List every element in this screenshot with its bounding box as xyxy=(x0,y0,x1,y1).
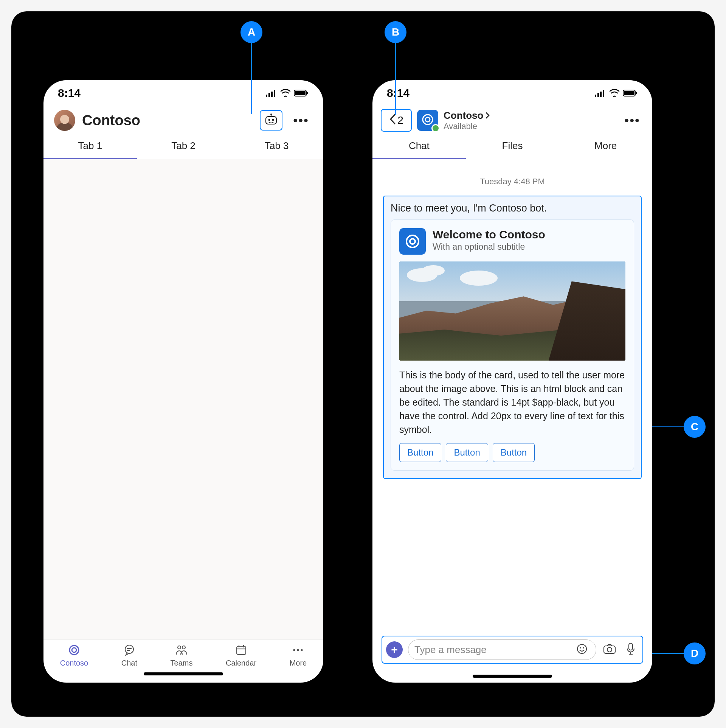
card-subtitle: With an optional subtitle xyxy=(433,242,545,252)
more-button[interactable]: ••• xyxy=(621,110,644,131)
more-button[interactable]: ••• xyxy=(289,110,313,131)
svg-rect-28 xyxy=(600,92,602,97)
svg-point-12 xyxy=(70,646,79,655)
svg-rect-27 xyxy=(597,93,599,97)
camera-button[interactable] xyxy=(602,642,617,658)
status-time: 8:14 xyxy=(58,87,81,100)
svg-point-39 xyxy=(583,647,584,649)
bot-button[interactable] xyxy=(260,110,282,131)
card-button-3[interactable]: Button xyxy=(493,443,535,462)
app-header: Contoso ••• xyxy=(43,106,323,135)
svg-rect-3 xyxy=(274,90,275,97)
chevron-left-icon xyxy=(389,114,396,128)
more-icon xyxy=(292,644,304,656)
svg-point-18 xyxy=(182,646,185,649)
chat-tabs: Chat Files More xyxy=(372,135,652,159)
callout-b-line xyxy=(395,43,396,115)
svg-rect-26 xyxy=(595,95,596,97)
svg-rect-19 xyxy=(237,646,246,655)
bottom-nav: Contoso Chat Teams xyxy=(43,639,323,683)
svg-point-36 xyxy=(410,239,415,244)
svg-rect-2 xyxy=(271,92,273,97)
tab-chat[interactable]: Chat xyxy=(372,135,466,159)
tab-bar: Tab 1 Tab 2 Tab 3 xyxy=(43,135,323,159)
app-avatar[interactable] xyxy=(417,110,438,131)
bot-message: Nice to meet you, I'm Contoso bot. Welco… xyxy=(383,196,642,479)
callout-a-line xyxy=(251,43,252,114)
chat-title-text: Contoso xyxy=(444,110,483,121)
svg-point-41 xyxy=(607,647,612,652)
tab-2[interactable]: Tab 2 xyxy=(137,135,230,159)
svg-point-37 xyxy=(577,644,586,653)
svg-point-11 xyxy=(272,119,274,121)
card-button-2[interactable]: Button xyxy=(446,443,488,462)
svg-point-33 xyxy=(423,115,433,124)
nav-contoso[interactable]: Contoso xyxy=(60,644,88,667)
message-input-wrap xyxy=(408,639,596,660)
svg-point-17 xyxy=(178,646,181,649)
back-count: 2 xyxy=(397,114,403,126)
svg-rect-42 xyxy=(629,643,633,650)
nav-calendar[interactable]: Calendar xyxy=(226,644,256,667)
nav-label: Chat xyxy=(121,659,137,667)
message-text: Nice to meet you, I'm Contoso bot. xyxy=(391,202,634,214)
svg-point-38 xyxy=(580,647,581,649)
mic-button[interactable] xyxy=(623,642,639,658)
svg-point-13 xyxy=(72,648,76,652)
svg-rect-31 xyxy=(624,91,634,95)
svg-rect-29 xyxy=(603,90,604,97)
tab-3[interactable]: Tab 3 xyxy=(230,135,323,159)
signal-icon xyxy=(595,89,606,97)
nav-label: More xyxy=(290,659,307,667)
svg-point-34 xyxy=(425,117,430,122)
nav-chat[interactable]: Chat xyxy=(121,644,137,667)
chat-icon xyxy=(123,644,135,656)
svg-rect-1 xyxy=(268,93,270,97)
home-indicator xyxy=(372,670,652,683)
svg-rect-32 xyxy=(636,92,637,94)
diagram-canvas: A B C D 8:14 Contoso xyxy=(11,11,715,717)
card-title: Welcome to Contoso xyxy=(433,228,545,241)
svg-point-14 xyxy=(125,645,133,653)
callout-d-line xyxy=(652,653,684,654)
status-bar: 8:14 xyxy=(372,80,652,106)
tab-more[interactable]: More xyxy=(559,135,652,159)
chat-status: Available xyxy=(444,121,615,131)
status-bar: 8:14 xyxy=(43,80,323,106)
callout-b: B xyxy=(385,21,406,43)
nav-label: Calendar xyxy=(226,659,256,667)
svg-point-10 xyxy=(268,119,270,121)
chat-scroll[interactable]: Tuesday 4:48 PM Nice to meet you, I'm Co… xyxy=(372,159,652,636)
bot-icon xyxy=(265,114,278,127)
card-button-1[interactable]: Button xyxy=(399,443,441,462)
nav-teams[interactable]: Teams xyxy=(171,644,193,667)
callout-c-line xyxy=(652,426,684,427)
signal-icon xyxy=(266,89,277,97)
calendar-icon xyxy=(235,644,247,656)
tab-content xyxy=(43,159,323,639)
contoso-icon xyxy=(68,644,80,656)
compose-bar: + xyxy=(382,636,643,664)
chat-title[interactable]: Contoso xyxy=(444,110,615,121)
back-button[interactable]: 2 xyxy=(381,109,412,132)
app-title: Contoso xyxy=(82,112,253,129)
nav-more[interactable]: More xyxy=(290,644,307,667)
svg-point-23 xyxy=(293,649,295,651)
adaptive-card: Welcome to Contoso With an optional subt… xyxy=(391,219,634,471)
phone-right: 8:14 2 xyxy=(372,80,652,683)
status-time: 8:14 xyxy=(387,87,410,100)
teams-icon xyxy=(175,644,188,656)
emoji-button[interactable] xyxy=(574,642,590,658)
wifi-icon xyxy=(609,89,620,97)
card-image xyxy=(399,261,625,361)
callout-a: A xyxy=(240,21,262,43)
tab-1[interactable]: Tab 1 xyxy=(43,135,137,159)
emoji-icon xyxy=(576,643,588,656)
tab-files[interactable]: Files xyxy=(466,135,559,159)
chat-header: 2 Contoso Available ••• xyxy=(372,106,652,135)
compose-add-button[interactable]: + xyxy=(386,641,403,658)
nav-label: Contoso xyxy=(60,659,88,667)
svg-rect-5 xyxy=(295,91,306,95)
message-input[interactable] xyxy=(414,644,570,656)
avatar[interactable] xyxy=(54,110,75,131)
